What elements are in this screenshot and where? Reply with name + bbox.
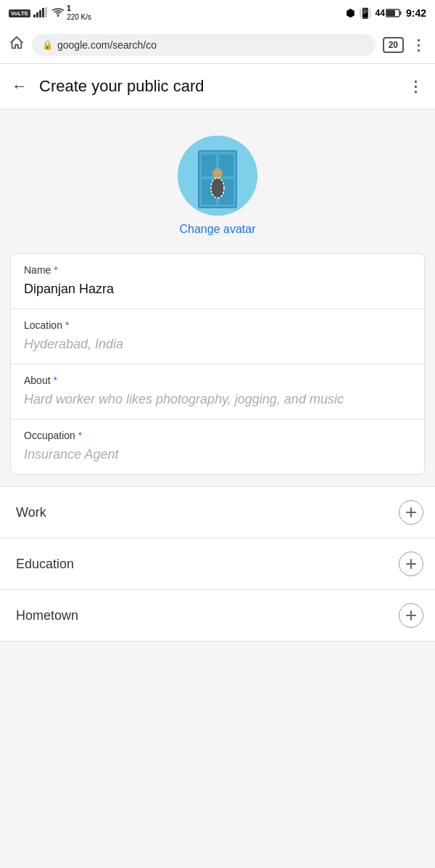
about-placeholder[interactable]: Hard worker who likes photography, joggi…	[24, 389, 411, 410]
education-label: Education	[16, 557, 74, 572]
education-section[interactable]: Education	[0, 539, 435, 590]
url-bar[interactable]: 🔒 google.com/search/co	[32, 34, 376, 56]
url-text: google.com/search/co	[57, 39, 365, 51]
occupation-label: Occupation *	[24, 430, 411, 441]
form-card: Name * Dipanjan Hazra Location * Hyderab…	[10, 253, 425, 475]
browser-more-button[interactable]: ⋮	[411, 36, 426, 54]
hometown-add-button[interactable]	[399, 603, 423, 628]
page-header: ← Create your public card ⋮	[0, 64, 435, 110]
name-label: Name *	[24, 264, 411, 276]
name-value[interactable]: Dipanjan Hazra	[24, 279, 411, 300]
status-right: ⬢ 📳 44 9:42	[346, 7, 426, 19]
browser-bar: 🔒 google.com/search/co 20 ⋮	[0, 26, 435, 64]
vibrate-icon: 📳	[359, 7, 371, 19]
main-content: Change avatar Name * Dipanjan Hazra Loca…	[0, 110, 435, 656]
bluetooth-icon: ⬢	[346, 7, 355, 19]
home-button[interactable]	[9, 35, 25, 54]
expandable-sections: Work Education Hometown	[0, 486, 435, 642]
work-label: Work	[16, 505, 46, 520]
about-label: About *	[24, 374, 411, 386]
work-section[interactable]: Work	[0, 486, 435, 539]
back-button[interactable]: ←	[12, 74, 33, 99]
status-left: VoLTE 1220 K/s	[9, 4, 91, 22]
about-required: *	[54, 374, 57, 386]
hometown-section[interactable]: Hometown	[0, 590, 435, 642]
svg-rect-1	[36, 12, 38, 17]
work-add-button[interactable]	[399, 500, 423, 525]
lock-icon: 🔒	[42, 40, 53, 50]
avatar[interactable]	[178, 136, 257, 216]
location-label: Location *	[24, 319, 411, 331]
svg-rect-4	[45, 7, 47, 17]
page-title: Create your public card	[33, 77, 408, 96]
location-field[interactable]: Location * Hyderabad, India	[11, 309, 424, 364]
page-more-button[interactable]: ⋮	[408, 78, 423, 95]
tab-count[interactable]: 20	[383, 37, 404, 53]
battery-icon: 44	[376, 8, 402, 18]
location-required: *	[65, 319, 69, 331]
location-placeholder[interactable]: Hyderabad, India	[24, 334, 411, 355]
about-field[interactable]: About * Hard worker who likes photograph…	[11, 364, 424, 419]
change-avatar-button[interactable]: Change avatar	[180, 223, 256, 236]
svg-rect-0	[33, 15, 36, 17]
avatar-section: Change avatar	[0, 124, 435, 253]
svg-rect-6	[399, 12, 401, 15]
occupation-required: *	[78, 430, 82, 441]
svg-rect-7	[386, 10, 395, 16]
wifi-icon	[52, 8, 64, 18]
name-required: *	[54, 264, 57, 276]
svg-point-17	[212, 168, 223, 179]
status-bar: VoLTE 1220 K/s ⬢ 📳 44	[0, 0, 435, 26]
occupation-placeholder[interactable]: Insurance Agent	[24, 444, 411, 465]
volte-badge: VoLTE	[9, 9, 30, 17]
name-field[interactable]: Name * Dipanjan Hazra	[11, 254, 424, 309]
education-add-button[interactable]	[399, 552, 423, 576]
occupation-field[interactable]: Occupation * Insurance Agent	[11, 419, 424, 474]
hometown-label: Hometown	[16, 608, 78, 623]
data-speed: 1220 K/s	[67, 4, 91, 22]
time-display: 9:42	[406, 7, 426, 19]
signal-strength	[33, 7, 49, 19]
svg-rect-2	[39, 10, 41, 17]
svg-rect-3	[42, 8, 44, 17]
